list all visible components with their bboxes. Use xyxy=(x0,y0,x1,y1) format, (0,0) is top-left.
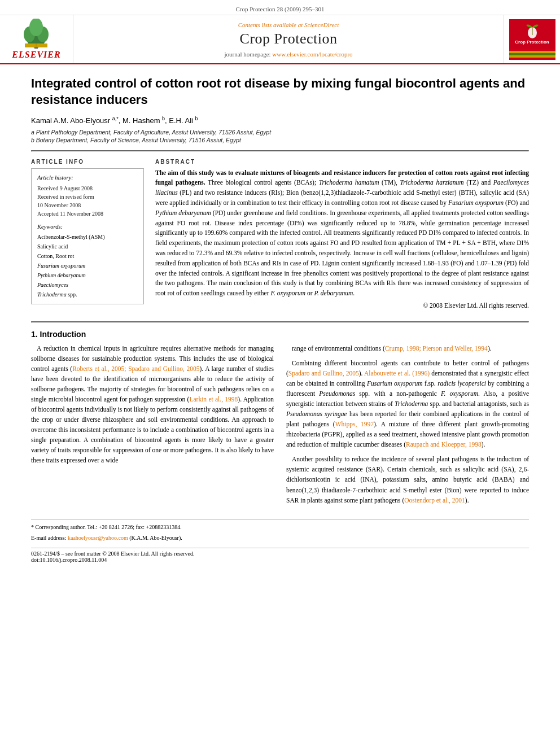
authors-line: Kamal A.M. Abo-Elyousr a,*, M. Hashem b,… xyxy=(31,116,529,125)
article-info-box: Article history: Received 9 August 2008 … xyxy=(31,168,144,305)
received-date: Received 9 August 2008 xyxy=(37,184,138,193)
elsevier-logo-area: ELSEVIER xyxy=(0,15,73,63)
body-columns: A reduction in chemical inputs in agricu… xyxy=(31,343,529,510)
article-info-label: ARTICLE INFO xyxy=(31,159,144,165)
email-line: E-mail address: kaahoelyousr@yahoo.com (… xyxy=(31,534,529,542)
article-info-column: ARTICLE INFO Article history: Received 9… xyxy=(31,159,144,311)
cite-alabouvette[interactable]: Alabouvette et al. (1996) xyxy=(364,370,430,377)
crop-logo-text: Crop Protection xyxy=(515,40,549,45)
science-direct-link: Contents lists available at ScienceDirec… xyxy=(238,21,339,28)
author-email[interactable]: kaahoelyousr@yahoo.com xyxy=(68,535,128,541)
intro-para-2: range of environmental conditions (Crump… xyxy=(286,343,529,353)
accepted-date: Accepted 11 November 2008 xyxy=(37,209,138,218)
crop-icon xyxy=(524,23,541,38)
journal-homepage: journal homepage: www.elsevier.com/locat… xyxy=(224,51,352,58)
keywords-label: Keywords: xyxy=(37,222,138,232)
crop-protection-ref: Crop Protection 28 (2009) 295–301 xyxy=(235,6,324,12)
article-body: Integrated control of cotton root rot di… xyxy=(0,64,560,574)
abstract-copyright: © 2008 Elsevier Ltd. All rights reserved… xyxy=(155,301,529,311)
corresponding-author: * Corresponding author. Tel.: +20 8241 2… xyxy=(31,523,529,531)
cite-oostendorp[interactable]: Oostendorp et al., 2001 xyxy=(404,497,465,504)
copyright-line: 0261-2194/$ – see front matter © 2008 El… xyxy=(31,551,529,557)
intro-para-1: A reduction in chemical inputs in agricu… xyxy=(31,343,274,466)
page-header: Crop Protection 28 (2009) 295–301 ELSEVI… xyxy=(0,0,560,64)
homepage-url[interactable]: www.elsevier.com/locate/cropro xyxy=(272,51,352,58)
history-label: Article history: xyxy=(37,173,138,183)
section-title: 1. Introduction xyxy=(31,330,529,339)
cite-crump[interactable]: Crump, 1998; Pierson and Weller, 1994 xyxy=(385,345,488,352)
intro-para-4: Another possibility to reduce the incide… xyxy=(286,454,529,505)
keywords-section: Keywords: Acibenzolar-S-methyl (ASM) Sal… xyxy=(37,222,138,299)
abstract-column: ABSTRACT The aim of this study was to ev… xyxy=(155,159,529,311)
revised-date: Received in revised form10 November 2008 xyxy=(37,193,138,209)
science-direct-name[interactable]: ScienceDirect xyxy=(304,21,339,28)
elsevier-tree-icon xyxy=(19,19,53,50)
logo-stripes xyxy=(509,49,555,60)
footer-notes: * Corresponding author. Tel.: +20 8241 2… xyxy=(31,519,529,542)
affiliation-b: b Botany Department, Faculty of Science,… xyxy=(31,137,529,143)
journal-reference: Crop Protection 28 (2009) 295–301 xyxy=(0,3,560,15)
crop-logo-area: Crop Protection xyxy=(504,15,560,63)
cite-whipps[interactable]: Whipps, 1997 xyxy=(335,421,374,427)
divider-middle xyxy=(31,321,529,323)
cite-raupach[interactable]: Raupach and Kloepper, 1998 xyxy=(406,441,482,448)
abstract-text: The aim of this study was to evaluate mi… xyxy=(155,168,529,311)
elsevier-wordmark: ELSEVIER xyxy=(12,50,60,60)
abstract-label: ABSTRACT xyxy=(155,159,529,165)
cite-spadaro[interactable]: Spadaro and Gullino, 2005 xyxy=(288,370,359,377)
article-title: Integrated control of cotton root rot di… xyxy=(31,76,529,108)
body-col-left: A reduction in chemical inputs in agricu… xyxy=(31,343,274,510)
svg-point-4 xyxy=(29,19,43,36)
info-abstract-container: ARTICLE INFO Article history: Received 9… xyxy=(31,159,529,311)
footer-bottom: 0261-2194/$ – see front matter © 2008 El… xyxy=(31,548,529,563)
divider-top xyxy=(31,150,529,152)
affiliation-a: a Plant Pathology Department, Faculty of… xyxy=(31,129,529,136)
journal-title: Crop Protection xyxy=(240,30,338,47)
keywords-list: Acibenzolar-S-methyl (ASM) Salicylic aci… xyxy=(37,232,138,299)
introduction-section: 1. Introduction A reduction in chemical … xyxy=(31,330,529,510)
doi-line: doi:10.1016/j.cropro.2008.11.004 xyxy=(31,557,529,563)
cite-larkin[interactable]: Larkin et al., 1998 xyxy=(189,396,238,403)
body-col-right: range of environmental conditions (Crump… xyxy=(286,343,529,510)
journal-header-center: Contents lists available at ScienceDirec… xyxy=(73,15,504,63)
cite-roberts[interactable]: Roberts et al., 2005; Spadaro and Gullin… xyxy=(72,365,199,372)
elsevier-logo: ELSEVIER xyxy=(12,19,60,60)
intro-para-3: Combining different biocontrol agents ca… xyxy=(286,358,529,449)
crop-protection-logo: Crop Protection xyxy=(509,19,555,60)
header-main: ELSEVIER Contents lists available at Sci… xyxy=(0,15,560,63)
